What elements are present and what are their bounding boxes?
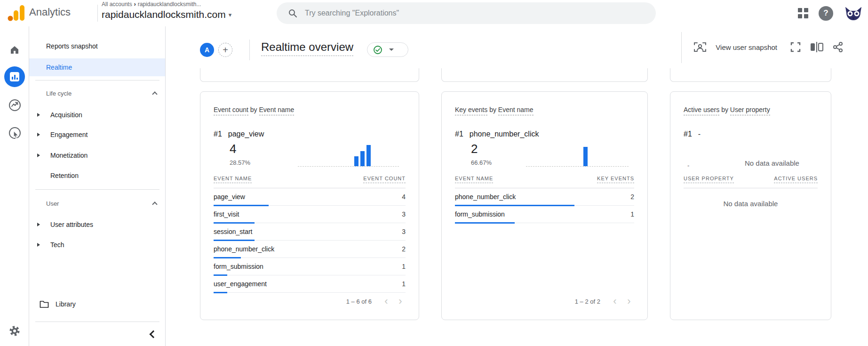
property-name[interactable]: rapidaucklandlocksmith.com xyxy=(102,9,226,20)
table-row: session_start 3 xyxy=(214,223,406,241)
table-row: phone_number_click 2 xyxy=(214,241,406,258)
title-connector: by xyxy=(721,106,728,113)
sidebar-section-life-cycle[interactable]: Life cycle xyxy=(29,88,165,98)
sidebar-item-realtime[interactable]: Realtime xyxy=(29,58,165,76)
search-input[interactable] xyxy=(305,9,625,17)
row-value: 4 xyxy=(402,193,406,201)
column-header-metric[interactable]: KEY EVENTS xyxy=(597,176,634,183)
sidebar-item-retention[interactable]: Retention xyxy=(29,167,165,185)
report-status-dropdown[interactable] xyxy=(367,42,408,57)
sidebar-item-label: Engagement xyxy=(50,131,88,138)
main-content: A + Realtime overview View user snapshot xyxy=(166,26,868,346)
metric-term[interactable]: Key events xyxy=(455,106,487,115)
breadcrumb[interactable]: All accounts›rapidaucklandlocksmith... xyxy=(102,1,201,8)
sidebar-item-label: Tech xyxy=(50,241,64,249)
account-avatar[interactable] xyxy=(844,3,863,23)
sidebar-item-reports-snapshot[interactable]: Reports snapshot xyxy=(29,40,165,52)
empty-metric-dash: - xyxy=(687,162,689,169)
property-switcher[interactable]: rapidaucklandlocksmith.com▾ xyxy=(102,9,231,20)
help-icon[interactable]: ? xyxy=(819,6,833,21)
column-header-dimension[interactable]: USER PROPERTY xyxy=(684,176,734,183)
sidebar-item-label: Library xyxy=(56,300,76,308)
card-event-count-by-event-name: Event count by Event name #1page_view 4 … xyxy=(200,91,419,320)
table-header: EVENT NAME KEY EVENTS xyxy=(455,176,634,188)
metric-term[interactable]: Active users xyxy=(684,106,719,115)
app-header: Analytics All accounts›rapidaucklandlock… xyxy=(0,0,868,26)
expand-arrow-icon xyxy=(37,223,40,226)
page-next-icon[interactable]: › xyxy=(623,295,635,307)
page-prev-icon[interactable]: ‹ xyxy=(380,295,392,307)
table-row: phone_number_click 2 xyxy=(455,188,634,206)
column-header-dimension[interactable]: EVENT NAME xyxy=(214,176,252,183)
column-header-metric[interactable]: ACTIVE USERS xyxy=(774,176,818,183)
row-label: user_engagement xyxy=(214,280,267,288)
app-name: Analytics xyxy=(29,6,71,18)
sidebar-divider xyxy=(35,322,159,322)
rank-label: #1 xyxy=(214,130,222,138)
breadcrumb-current[interactable]: rapidaucklandlocksmith... xyxy=(138,1,201,8)
search-icon xyxy=(288,8,297,18)
sidebar-item-library[interactable]: Library xyxy=(29,298,165,310)
spark-bar xyxy=(366,145,371,166)
table-header: USER PROPERTY ACTIVE USERS xyxy=(684,176,818,188)
table-body: phone_number_click 2 form_submission 1 xyxy=(455,188,634,223)
row-value: 3 xyxy=(402,210,406,218)
compare-reports-icon[interactable] xyxy=(809,41,824,53)
explore-icon[interactable] xyxy=(0,99,29,112)
view-user-snapshot-icon[interactable] xyxy=(693,41,707,53)
sidebar-section-label: User xyxy=(46,200,59,207)
reports-icon[interactable] xyxy=(0,66,29,87)
row-label: form_submission xyxy=(455,210,505,218)
sidebar-item-acquisition[interactable]: Acquisition xyxy=(29,106,165,124)
diagnostics-grid-icon[interactable] xyxy=(798,8,808,18)
add-comparison-button[interactable]: + xyxy=(218,43,232,57)
spark-bar xyxy=(360,151,365,166)
column-header-metric[interactable]: EVENT COUNT xyxy=(363,176,406,183)
share-icon[interactable] xyxy=(832,41,844,53)
expand-arrow-icon xyxy=(37,153,40,157)
dimension-term[interactable]: Event name xyxy=(498,106,534,115)
chevron-up-icon xyxy=(152,91,157,97)
sidebar-divider xyxy=(35,189,159,190)
google-analytics-logo-icon[interactable] xyxy=(7,5,25,22)
admin-gear-icon[interactable] xyxy=(0,324,29,338)
advertising-icon[interactable] xyxy=(0,127,29,139)
sidebar-item-engagement[interactable]: Engagement xyxy=(29,126,165,144)
sidebar-item-label: Realtime xyxy=(46,64,72,71)
folder-icon xyxy=(40,300,49,308)
search-bar[interactable] xyxy=(277,2,656,24)
table-row: user_engagement 1 xyxy=(214,275,406,293)
view-user-snapshot-button[interactable]: View user snapshot xyxy=(716,43,777,51)
dimension-term[interactable]: Event name xyxy=(259,106,295,115)
page-next-icon[interactable]: › xyxy=(394,295,406,307)
spark-bar xyxy=(583,147,588,166)
row-label: form_submission xyxy=(214,263,263,270)
page-prev-icon[interactable]: ‹ xyxy=(609,295,621,307)
sidebar-item-monetization[interactable]: Monetization xyxy=(29,146,165,164)
row-value: 2 xyxy=(630,193,634,201)
row-label: session_start xyxy=(214,228,252,235)
breadcrumb-root[interactable]: All accounts xyxy=(102,1,132,8)
table-row: first_visit 3 xyxy=(214,206,406,223)
sidebar-section-label: Life cycle xyxy=(46,90,72,97)
reports-sidebar: Reports snapshot Realtime Life cycle Acq… xyxy=(29,26,166,346)
row-label: first_visit xyxy=(214,210,239,218)
column-header-dimension[interactable]: EVENT NAME xyxy=(455,176,493,183)
table-row: page_view 4 xyxy=(214,188,406,206)
comparison-chip[interactable]: A xyxy=(200,43,214,57)
no-data-message: No data available xyxy=(745,159,799,167)
row-value: 1 xyxy=(630,210,634,218)
metric-term[interactable]: Event count xyxy=(214,106,248,115)
collapse-sidebar-icon[interactable] xyxy=(150,330,158,338)
top-metric-zone: #1page_view 4 28.57% xyxy=(214,115,406,176)
home-icon[interactable] xyxy=(0,44,29,56)
caret-down-icon xyxy=(389,48,394,51)
sidebar-item-user-attributes[interactable]: User attributes xyxy=(29,216,165,233)
sidebar-item-tech[interactable]: Tech xyxy=(29,236,165,254)
sidebar-section-user[interactable]: User xyxy=(29,198,165,209)
dimension-term[interactable]: User property xyxy=(730,106,770,115)
top-contributor-name: - xyxy=(698,130,701,138)
pagination: 1 – 2 of 2 ‹ › xyxy=(575,295,635,307)
fullscreen-icon[interactable] xyxy=(790,41,801,53)
row-value: 3 xyxy=(402,228,406,235)
